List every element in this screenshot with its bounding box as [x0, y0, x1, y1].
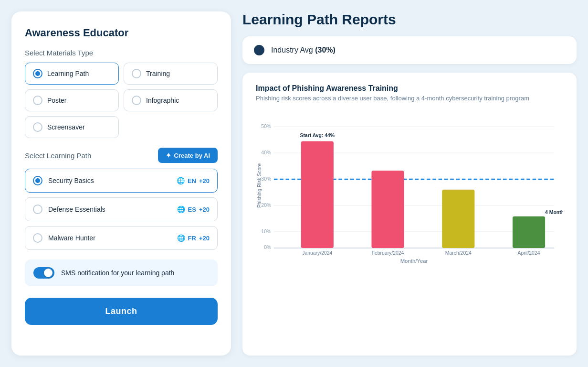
sms-label: SMS notification for your learning path	[61, 269, 174, 277]
radio-label-training: Training	[146, 70, 170, 77]
create-ai-label: Create by AI	[174, 152, 210, 159]
avg-label: Industry Avg (30%)	[271, 46, 336, 54]
path-option-right-security-basics: 🌐 EN +20	[177, 177, 210, 184]
radio-label-learning-path: Learning Path	[47, 70, 89, 77]
learning-path-section-label: Select Learning Path	[25, 151, 91, 160]
chart-title: Impact of Phishing Awareness Training	[256, 84, 563, 93]
svg-text:30%: 30%	[261, 176, 271, 182]
path-option-security-basics[interactable]: Security Basics 🌐 EN +20	[25, 169, 218, 193]
svg-text:March/2024: March/2024	[445, 250, 472, 256]
report-title: Learning Path Reports	[242, 11, 577, 28]
create-ai-button[interactable]: ✦ Create by AI	[158, 148, 218, 163]
radio-circle-malware-hunter	[33, 233, 42, 243]
path-option-defense-essentials[interactable]: Defense Essentials 🌐 ES +20	[25, 197, 218, 221]
radio-label-screensaver: Screensaver	[47, 123, 85, 131]
lang-tag-malware-hunter: FR	[188, 235, 196, 242]
svg-text:0%: 0%	[264, 245, 271, 250]
launch-button[interactable]: Launch	[25, 298, 218, 325]
path-label-defense-essentials: Defense Essentials	[48, 205, 105, 213]
radio-circle-infographic	[132, 96, 141, 105]
path-option-left-defense-essentials: Defense Essentials	[33, 205, 105, 214]
sms-toggle[interactable]	[33, 267, 54, 279]
chart-area: 50% 40% 30% 20% 10% 0% Phishing Risk Sco…	[256, 111, 563, 344]
chart-card: Impact of Phishing Awareness Training Ph…	[242, 73, 577, 356]
globe-icon-malware-hunter: 🌐	[177, 234, 185, 242]
chart-subtitle: Phishing risk scores across a diverse us…	[256, 95, 563, 102]
path-label-malware-hunter: Malware Hunter	[48, 234, 95, 242]
svg-text:4 Months Avg: 13%: 4 Months Avg: 13%	[545, 210, 563, 215]
ai-sparkle-icon: ✦	[166, 151, 171, 159]
svg-text:40%: 40%	[261, 150, 271, 155]
svg-text:Start Avg: 44%: Start Avg: 44%	[300, 133, 335, 138]
radio-circle-poster	[33, 96, 42, 105]
radio-label-infographic: Infographic	[146, 97, 179, 104]
svg-text:10%: 10%	[261, 229, 271, 234]
path-options: Security Basics 🌐 EN +20 Defense Essenti…	[25, 169, 218, 250]
lang-tag-defense-essentials: ES	[188, 206, 196, 213]
radio-option-training[interactable]: Training	[124, 63, 218, 85]
globe-icon-security-basics: 🌐	[177, 177, 185, 184]
bar-april	[513, 216, 545, 248]
svg-text:April/2024: April/2024	[518, 250, 540, 256]
toggle-track	[33, 267, 54, 279]
svg-text:Phishing Risk Score: Phishing Risk Score	[257, 163, 262, 207]
sms-row: SMS notification for your learning path	[25, 259, 218, 286]
svg-text:20%: 20%	[261, 203, 271, 208]
toggle-thumb	[44, 269, 52, 277]
radio-option-learning-path[interactable]: Learning Path	[25, 63, 119, 85]
radio-option-screensaver[interactable]: Screensaver	[25, 116, 119, 138]
avg-dot	[254, 45, 264, 55]
materials-section: Select Materials Type Learning Path Trai…	[25, 49, 218, 138]
left-panel: Awareness Educator Select Materials Type…	[11, 11, 231, 356]
path-option-malware-hunter[interactable]: Malware Hunter 🌐 FR +20	[25, 226, 218, 250]
radio-label-poster: Poster	[47, 97, 66, 104]
svg-text:February/2024: February/2024	[372, 250, 404, 256]
plus-tag-malware-hunter: +20	[199, 235, 210, 242]
bar-chart-svg: 50% 40% 30% 20% 10% 0% Phishing Risk Sco…	[256, 111, 563, 264]
path-option-left-security-basics: Security Basics	[33, 176, 94, 185]
learning-path-section: Select Learning Path ✦ Create by AI Secu…	[25, 148, 218, 250]
plus-tag-defense-essentials: +20	[199, 206, 210, 213]
bar-march	[442, 190, 474, 248]
industry-avg-card: Industry Avg (30%)	[242, 36, 577, 64]
radio-circle-defense-essentials	[33, 205, 42, 214]
learning-path-header: Select Learning Path ✦ Create by AI	[25, 148, 218, 163]
radio-circle-learning-path	[33, 69, 42, 78]
path-option-left-malware-hunter: Malware Hunter	[33, 233, 95, 243]
svg-text:January/2024: January/2024	[302, 250, 332, 256]
radio-circle-screensaver	[33, 122, 42, 132]
svg-text:50%: 50%	[261, 124, 271, 129]
radio-circle-security-basics	[33, 176, 42, 185]
path-option-right-malware-hunter: 🌐 FR +20	[177, 234, 210, 242]
lang-tag-security-basics: EN	[188, 177, 196, 184]
radio-option-infographic[interactable]: Infographic	[124, 89, 218, 111]
right-panel: Learning Path Reports Industry Avg (30%)…	[242, 11, 577, 356]
radio-option-poster[interactable]: Poster	[25, 89, 119, 111]
path-label-security-basics: Security Basics	[48, 177, 94, 184]
svg-text:Month/Year: Month/Year	[400, 258, 428, 264]
bar-february	[371, 171, 404, 248]
panel-title: Awareness Educator	[25, 27, 218, 39]
bar-january	[301, 141, 334, 248]
radio-circle-training	[132, 69, 141, 78]
materials-grid: Learning Path Training Poster Infographi…	[25, 63, 218, 138]
materials-section-label: Select Materials Type	[25, 49, 218, 57]
globe-icon-defense-essentials: 🌐	[177, 205, 185, 213]
path-option-right-defense-essentials: 🌐 ES +20	[177, 205, 210, 213]
plus-tag-security-basics: +20	[199, 177, 210, 184]
